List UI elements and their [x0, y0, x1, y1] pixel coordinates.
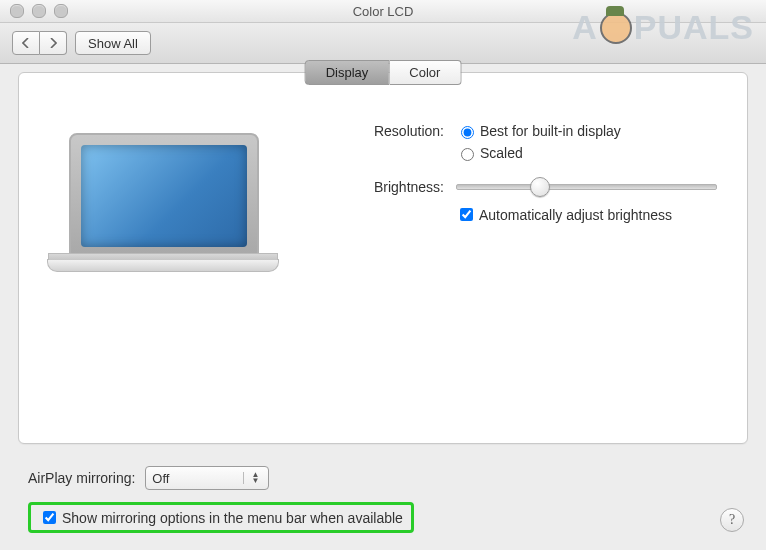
nav-buttons: [12, 31, 67, 55]
settings-panel: Display Color Resolution: Best for built…: [18, 72, 748, 444]
back-button[interactable]: [12, 31, 40, 55]
help-button[interactable]: ?: [720, 508, 744, 532]
updown-icon: ▲▼: [243, 472, 262, 484]
resolution-scaled-radio[interactable]: Scaled: [456, 145, 621, 161]
tab-color[interactable]: Color: [389, 60, 461, 85]
resolution-scaled-text: Scaled: [480, 145, 523, 161]
auto-brightness-text: Automatically adjust brightness: [479, 207, 672, 223]
tab-display[interactable]: Display: [305, 60, 390, 85]
laptop-icon: [69, 133, 279, 272]
mirroring-text: Show mirroring options in the menu bar w…: [62, 510, 403, 526]
mascot-icon: [600, 12, 632, 44]
resolution-best-input[interactable]: [461, 126, 474, 139]
airplay-select[interactable]: Off ▲▼: [145, 466, 269, 490]
brightness-thumb[interactable]: [530, 177, 550, 197]
resolution-scaled-input[interactable]: [461, 148, 474, 161]
chevron-left-icon: [22, 38, 30, 48]
watermark-text-left: A: [572, 8, 598, 47]
brightness-slider[interactable]: [456, 184, 717, 190]
bottom-controls: AirPlay mirroring: Off ▲▼ Show mirroring…: [28, 466, 738, 533]
watermark: A PUALS: [572, 8, 754, 47]
airplay-label: AirPlay mirroring:: [28, 470, 135, 486]
resolution-best-text: Best for built-in display: [480, 123, 621, 139]
resolution-label: Resolution:: [349, 123, 444, 139]
window: Color LCD Show All A PUALS Display Color: [0, 0, 766, 550]
mirroring-highlight: Show mirroring options in the menu bar w…: [28, 502, 414, 533]
airplay-value: Off: [152, 471, 169, 486]
display-settings: Resolution: Best for built-in display Sc…: [349, 123, 717, 234]
tabs: Display Color: [305, 60, 462, 85]
chevron-right-icon: [49, 38, 57, 48]
mirroring-input[interactable]: [43, 511, 56, 524]
show-all-button[interactable]: Show All: [75, 31, 151, 55]
auto-brightness-input[interactable]: [460, 208, 473, 221]
resolution-best-radio[interactable]: Best for built-in display: [456, 123, 621, 139]
help-icon: ?: [729, 512, 735, 528]
watermark-text-right: PUALS: [634, 8, 754, 47]
forward-button[interactable]: [40, 31, 67, 55]
content: Display Color Resolution: Best for built…: [0, 62, 766, 550]
mirroring-checkbox[interactable]: Show mirroring options in the menu bar w…: [39, 508, 403, 527]
auto-brightness-checkbox[interactable]: Automatically adjust brightness: [456, 205, 672, 224]
brightness-label: Brightness:: [349, 179, 444, 195]
